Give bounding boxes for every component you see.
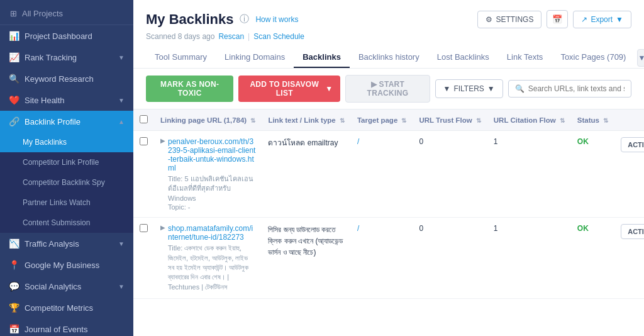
status-badge: OK — [577, 137, 589, 146]
sort-icon[interactable]: ⇅ — [340, 117, 345, 124]
how-it-works-link[interactable]: How it works — [255, 15, 298, 24]
scan-info: Scanned 8 days ago Rescan | Scan Schedul… — [146, 32, 631, 41]
sidebar-item-content-submission[interactable]: Content Submission — [0, 213, 133, 233]
actions-cell[interactable]: ACTIONS ▼ — [614, 218, 644, 299]
sidebar-item-traffic-analysis[interactable]: 📉 Traffic Analysis ▼ — [0, 233, 133, 254]
chevron-down-icon: ▼ — [118, 283, 125, 290]
tab-link-texts[interactable]: Link Texts — [498, 47, 552, 68]
row-checkbox-cell[interactable] — [133, 218, 154, 299]
row-checkbox[interactable] — [140, 224, 148, 232]
my-backlinks-label: My Backlinks — [23, 138, 67, 147]
sidebar-item-competitor-backlink-spy[interactable]: Competitor Backlink Spy — [0, 172, 133, 193]
sort-icon[interactable]: ⇅ — [476, 117, 481, 124]
scan-schedule-link[interactable]: Scan Schedule — [253, 32, 304, 41]
select-all-checkbox[interactable] — [140, 115, 148, 123]
sidebar-item-site-health[interactable]: ❤️ Site Health ▼ — [0, 89, 133, 111]
tab-backlinks-history[interactable]: Backlinks history — [350, 47, 428, 68]
page-title: My Backlinks — [146, 11, 233, 28]
citation-flow-value: 1 — [494, 224, 498, 233]
competitor-link-label: Competitor Link Profile — [23, 158, 99, 167]
tab-lost-backlinks[interactable]: Lost Backlinks — [428, 47, 498, 68]
sidebar-item-social-analytics[interactable]: 💬 Social Analytics ▼ — [0, 276, 133, 297]
actions-label: ACTIONS — [628, 228, 644, 235]
expand-icon[interactable]: ▶ — [160, 137, 165, 144]
col-linking-url: Linking page URL (1,784) ⇅ — [154, 109, 262, 131]
link-icon: 🔗 — [9, 116, 19, 126]
url-link[interactable]: shop.mamatafamily.com/internet/tune-id/1… — [168, 224, 255, 242]
sidebar-item-competitor-link-profile[interactable]: Competitor Link Profile — [0, 152, 133, 172]
sidebar-label: Journal of Events — [25, 325, 125, 334]
settings-button[interactable]: ⚙ SETTINGS — [477, 11, 541, 28]
expand-icon[interactable]: ▶ — [160, 224, 165, 231]
sidebar-item-keyword-research[interactable]: 🔍 Keyword Research — [0, 68, 133, 89]
dashboard-icon: 📊 — [9, 31, 19, 41]
search-input[interactable] — [528, 84, 625, 93]
col-trust-flow: URL Trust Flow ⇅ — [413, 109, 487, 131]
select-all-header[interactable] — [133, 109, 154, 131]
sidebar-item-competitor-metrics[interactable]: 🏆 Competitor Metrics — [0, 297, 133, 318]
row-checkbox[interactable] — [140, 137, 148, 145]
calendar-button[interactable]: 📅 — [547, 10, 568, 28]
location-icon: 📍 — [9, 260, 19, 270]
header-top: My Backlinks ⓘ How it works ⚙ SETTINGS 📅… — [146, 10, 631, 28]
sidebar-label: Traffic Analysis — [25, 239, 113, 249]
target-page-link[interactable]: / — [357, 224, 359, 233]
sort-icon[interactable]: ⇅ — [560, 117, 565, 124]
sidebar-item-project-dashboard[interactable]: 📊 Project Dashboard — [0, 25, 133, 47]
content-submission-label: Content Submission — [23, 218, 90, 227]
chevron-down-icon: ▼ — [616, 15, 623, 24]
traffic-icon: 📉 — [9, 238, 19, 249]
chevron-down-icon: ▼ — [325, 84, 333, 93]
actions-cell[interactable]: ACTIONS ▼ — [614, 131, 644, 218]
metrics-icon: 🏆 — [9, 303, 19, 313]
linking-url-cell: ▶ penalver-beroux.com/th/3239-5-aplikasi… — [154, 131, 262, 218]
sidebar-label: Competitor Metrics — [25, 303, 125, 313]
url-link[interactable]: penalver-beroux.com/th/3239-5-aplikasi-e… — [168, 137, 255, 172]
grid-icon: ⊞ — [10, 9, 17, 18]
tab-linking-domains[interactable]: Linking Domains — [216, 47, 294, 68]
url-title: Title: একসাথে ডেক করুন ইয়াহু, জিমেইল, হ… — [168, 244, 255, 292]
sidebar-item-journal-events[interactable]: 📅 Journal of Events — [0, 318, 133, 336]
search-icon: 🔍 — [9, 74, 19, 84]
sidebar: ⊞ All Projects 📊 Project Dashboard 📈 Ran… — [0, 0, 133, 336]
row-checkbox-cell[interactable] — [133, 131, 154, 218]
sidebar-item-rank-tracking[interactable]: 📈 Rank Tracking ▼ — [0, 47, 133, 68]
more-tabs-button[interactable]: ▼ — [637, 49, 644, 67]
backlinks-table: Linking page URL (1,784) ⇅ Link text / L… — [133, 109, 644, 299]
chevron-down-icon: ▼ — [118, 97, 125, 104]
actions-button[interactable]: ACTIONS ▼ — [621, 224, 644, 239]
all-projects-label: All Projects — [22, 9, 63, 18]
sort-icon[interactable]: ⇅ — [401, 117, 406, 124]
trust-flow-value: 0 — [419, 137, 423, 146]
start-tracking-button[interactable]: ▶ START TRACKING — [345, 75, 430, 103]
mark-non-toxic-button[interactable]: MARK AS NON-TOXIC — [146, 76, 233, 102]
tracking-icon: ▶ — [371, 80, 377, 89]
export-label: Export — [591, 15, 613, 24]
export-button[interactable]: ↗ Export ▼ — [573, 11, 631, 28]
filters-button[interactable]: ▼ FILTERS ▼ — [435, 79, 503, 98]
info-icon: ⓘ — [240, 13, 249, 25]
search-box[interactable]: 🔍 — [508, 80, 631, 98]
table-header-row: Linking page URL (1,784) ⇅ Link text / L… — [133, 109, 644, 131]
all-projects-link[interactable]: ⊞ All Projects — [0, 0, 133, 25]
disavow-label: ADD TO DISAVOW LIST — [246, 80, 323, 98]
sidebar-item-my-backlinks[interactable]: My Backlinks — [0, 132, 133, 152]
add-disavow-button[interactable]: ADD TO DISAVOW LIST ▼ — [238, 76, 340, 102]
tab-backlinks[interactable]: Backlinks — [294, 47, 350, 68]
sort-icon[interactable]: ⇅ — [250, 117, 255, 124]
rescan-link[interactable]: Rescan — [218, 32, 244, 41]
tab-toxic-pages[interactable]: Toxic Pages (709) — [552, 47, 635, 68]
partner-links-label: Partner Links Watch — [23, 198, 91, 207]
sort-icon[interactable]: ⇅ — [603, 117, 608, 124]
col-link-text: Link text / Link type ⇅ — [262, 109, 351, 131]
sidebar-item-backlink-profile[interactable]: 🔗 Backlink Profile ▲ — [0, 111, 133, 132]
sidebar-item-partner-links-watch[interactable]: Partner Links Watch — [0, 193, 133, 213]
actions-button[interactable]: ACTIONS ▼ — [621, 137, 644, 152]
settings-label: SETTINGS — [496, 15, 533, 24]
target-page-link[interactable]: / — [357, 137, 359, 146]
toolbar: MARK AS NON-TOXIC ADD TO DISAVOW LIST ▼ … — [133, 69, 644, 109]
journal-icon: 📅 — [9, 324, 19, 334]
health-icon: ❤️ — [9, 95, 19, 105]
tab-tool-summary[interactable]: Tool Summary — [146, 47, 216, 68]
sidebar-item-google-my-business[interactable]: 📍 Google My Business — [0, 254, 133, 276]
